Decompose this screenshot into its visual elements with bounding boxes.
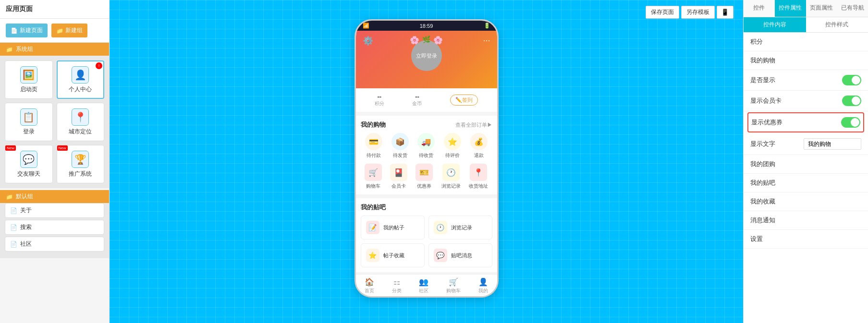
settings-icon[interactable]: ⚙️ — [363, 36, 373, 46]
prop-favorites: 我的收藏 — [744, 192, 868, 211]
member-card-toggle[interactable] — [842, 96, 861, 106]
new-page-button[interactable]: 📄 新建页面 — [6, 24, 48, 37]
default-group-items: 📄 关于 📄 搜索 📄 社区 — [0, 203, 109, 258]
startup-label: 启动页 — [20, 85, 37, 94]
default-item-community[interactable]: 📄 社区 — [5, 237, 104, 251]
forum-items: 📝 我的帖子 🕐 浏览记录 ⭐ 帖子收藏 💬 贴吧消息 — [361, 215, 492, 267]
preview-button[interactable]: 📱 — [717, 6, 734, 19]
forum-item-2[interactable]: ⭐ 帖子收藏 — [361, 243, 425, 267]
order-item-2[interactable]: 🚚 待收货 — [417, 133, 435, 159]
prop-shopping: 我的购物 — [744, 51, 868, 70]
prop-shopping-label: 我的购物 — [750, 56, 775, 65]
default-group-label: 📁 默认组 — [0, 190, 109, 203]
prop-show: 是否显示 — [744, 70, 868, 91]
nav-community[interactable]: 👥 社区 — [419, 277, 428, 294]
personal-badge: ! — [96, 62, 102, 69]
page-grid: 🖼️ 启动页 ! 👤 个人中心 📋 登录 📍 城市定位 New 💬 交友聊天 N… — [0, 56, 109, 188]
tab-page-props[interactable]: 页面属性 — [806, 0, 837, 17]
location-icon: 📍 — [72, 108, 89, 126]
prop-settings-label: 设置 — [750, 235, 763, 243]
forum-section: 我的贴吧 📝 我的帖子 🕐 浏览记录 ⭐ 帖子收藏 — [356, 198, 497, 272]
forum-title: 我的贴吧 — [361, 203, 386, 212]
order-item-4[interactable]: 💰 退款 — [470, 133, 488, 159]
community-icon: 📄 — [10, 241, 17, 248]
nav-category-icon: ⚏ — [393, 277, 400, 287]
nav-community-icon: 👥 — [419, 277, 428, 287]
shopping-more[interactable]: 查看全部订单▶ — [455, 121, 492, 129]
personal-label: 个人中心 — [69, 85, 92, 94]
display-text-input[interactable] — [804, 138, 861, 150]
prop-score-label: 积分 — [750, 37, 763, 46]
login-label: 登录 — [23, 128, 35, 136]
sign-in-label: ✏️签到 — [455, 96, 473, 104]
order-item-1[interactable]: 📦 待发货 — [391, 133, 409, 159]
quick-item-0[interactable]: 🛒 购物车 — [365, 164, 382, 190]
prop-display-text-label: 显示文字 — [750, 140, 775, 148]
forum-icon-2: ⭐ — [366, 249, 379, 262]
login-icon: 📋 — [20, 108, 37, 126]
forum-icon-1: 🕐 — [434, 221, 447, 234]
quick-item-2[interactable]: 🎫 优惠券 — [416, 164, 433, 190]
quick-icon-2: 🎫 — [416, 164, 433, 181]
page-item-personal[interactable]: ! 👤 个人中心 — [57, 60, 105, 99]
prop-group-buy-label: 我的团购 — [750, 160, 775, 168]
forum-icon-3: 💬 — [434, 249, 447, 262]
promo-new-badge: New — [57, 145, 68, 151]
battery-icon: 🔋 — [484, 23, 490, 29]
avatar[interactable]: 立即登录 — [411, 40, 442, 71]
quick-icon-3: 🕐 — [442, 164, 460, 181]
shopping-section: 我的购物 查看全部订单▶ 💳 待付款 📦 待发货 🚚 待收货 — [356, 116, 497, 194]
right-panel: 控件 控件属性 页面属性 已有导航 控件内容 控件样式 积分 我的购物 是否显示… — [743, 0, 868, 323]
sub-tab-content[interactable]: 控件内容 — [744, 17, 806, 32]
nav-category[interactable]: ⚏ 分类 — [392, 277, 402, 294]
quick-item-3[interactable]: 🕐 浏览记录 — [441, 164, 461, 190]
score-stat: -- 积分 — [375, 93, 384, 107]
default-item-about[interactable]: 📄 关于 — [5, 203, 104, 218]
tab-widget-props[interactable]: 控件属性 — [775, 0, 806, 17]
quick-item-4[interactable]: 📍 收货地址 — [469, 164, 488, 190]
order-item-3[interactable]: ⭐ 待评价 — [444, 133, 461, 159]
system-group-label: 📁 系统组 — [0, 43, 109, 56]
save-page-button[interactable]: 保存页面 — [646, 6, 679, 19]
prop-show-label: 是否显示 — [750, 76, 775, 84]
order-icon-4: 💰 — [470, 133, 488, 150]
default-folder-icon: 📁 — [6, 193, 13, 200]
page-item-login[interactable]: 📋 登录 — [5, 103, 53, 141]
sign-in-button[interactable]: ✏️签到 — [450, 95, 478, 106]
forum-item-0[interactable]: 📝 我的帖子 — [361, 215, 425, 239]
right-content: 积分 我的购物 是否显示 显示会员卡 显示优惠券 显示文字 我的团购 — [744, 33, 868, 323]
new-group-icon: 📁 — [56, 27, 63, 34]
page-item-promo[interactable]: New 🏆 推广系统 — [57, 145, 105, 183]
show-toggle[interactable] — [842, 75, 861, 85]
promo-icon: 🏆 — [72, 151, 89, 168]
shopping-title: 我的购物 — [361, 120, 386, 129]
default-item-draft[interactable]: 📄 搜索 — [5, 220, 104, 235]
sidebar-actions: 📄 新建页面 📁 新建组 — [0, 19, 109, 43]
stats-row: -- 积分 -- 金币 ✏️签到 — [356, 88, 497, 112]
page-item-location[interactable]: 📍 城市定位 — [57, 103, 105, 141]
forum-item-1[interactable]: 🕐 浏览记录 — [428, 215, 492, 239]
score-value: -- — [375, 93, 384, 100]
new-group-button[interactable]: 📁 新建组 — [51, 24, 87, 37]
profile-header: ⚙️ ··· 🌸 🌿 🌸 立即登录 — [356, 31, 497, 98]
main-canvas: 保存页面 另存模板 📱 📶 18:59 🔋 ⚙️ ··· 🌸 🌿 🌸 — [110, 0, 743, 323]
order-icon-3: ⭐ — [444, 133, 461, 150]
order-icon-0: 💳 — [365, 133, 382, 150]
location-label: 城市定位 — [69, 128, 92, 136]
score-label: 积分 — [375, 100, 384, 107]
order-item-0[interactable]: 💳 待付款 — [365, 133, 382, 159]
coupon-toggle[interactable] — [841, 117, 860, 128]
nav-home[interactable]: 🏠 首页 — [365, 277, 374, 294]
nav-cart[interactable]: 🛒 购物车 — [446, 277, 461, 294]
save-template-button[interactable]: 另存模板 — [681, 6, 715, 19]
tab-nav[interactable]: 已有导航 — [837, 0, 868, 17]
tab-widget[interactable]: 控件 — [744, 0, 775, 17]
quick-item-1[interactable]: 🎴 会员卡 — [390, 164, 407, 190]
forum-item-3[interactable]: 💬 贴吧消息 — [428, 243, 492, 267]
page-item-startup[interactable]: 🖼️ 启动页 — [5, 60, 53, 99]
nav-mine[interactable]: 👤 我的 — [478, 277, 488, 294]
sub-tab-style[interactable]: 控件样式 — [806, 17, 868, 32]
more-options-icon[interactable]: ··· — [483, 36, 490, 46]
page-item-chat[interactable]: New 💬 交友聊天 — [5, 145, 53, 183]
chat-new-badge: New — [5, 145, 16, 151]
